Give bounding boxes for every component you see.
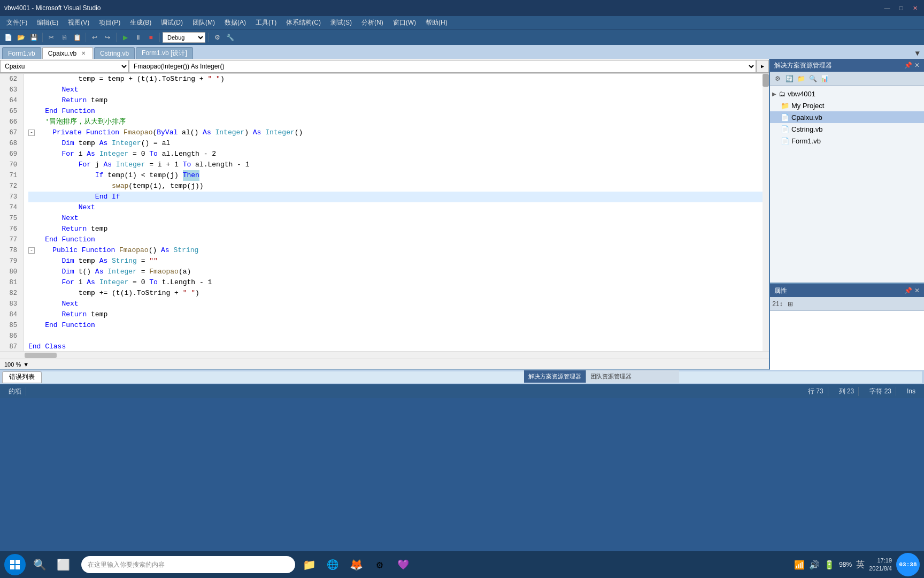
menu-data[interactable]: 数据(A) (220, 17, 250, 28)
se-btn-3[interactable]: 📁 (796, 73, 806, 84)
line-num-77: 77 (0, 234, 20, 245)
line-num-69: 69 (0, 149, 20, 159)
start-button[interactable] (4, 554, 26, 575)
menu-test[interactable]: 测试(S) (326, 17, 356, 28)
tab-cstring[interactable]: Cstring.vb (94, 47, 135, 59)
code-line-65: End Function (28, 106, 763, 117)
tab-error-list[interactable]: 错误列表 (2, 371, 42, 383)
se-btn-5[interactable]: 📊 (819, 73, 830, 84)
menu-arch[interactable]: 体系结构(C) (282, 17, 325, 28)
code-content[interactable]: temp = temp + (t(i).ToString + " ") Next… (24, 74, 763, 351)
collapse-67[interactable]: - (28, 130, 35, 136)
copy-button[interactable]: ⎘ (58, 32, 70, 43)
se-btn-2[interactable]: 🔄 (784, 73, 795, 84)
taskbar-search-bar[interactable]: 在这里输入你要搜索的内容 (81, 556, 295, 573)
code-line-86 (28, 331, 763, 341)
se-btn-4[interactable]: 🔍 (807, 73, 818, 84)
code-line-78: - Public Function Fmaopao() As String (28, 245, 763, 256)
tab-form1-design[interactable]: Form1.vb [设计] (136, 47, 193, 59)
editor-scrollbar[interactable] (763, 74, 769, 351)
tab-team-explorer[interactable]: 团队资源管理器 (586, 370, 636, 383)
menu-debug[interactable]: 调试(D) (157, 17, 187, 28)
ime-tray-icon[interactable]: 英 (856, 559, 865, 571)
task-view-button[interactable]: ⬜ (53, 555, 73, 574)
menu-bar: 文件(F) 编辑(E) 视图(V) 项目(P) 生成(B) 调试(D) 团队(M… (0, 16, 924, 29)
se-item-myproject[interactable]: 📁 My Project (770, 100, 924, 111)
explorer-taskbar-icon[interactable]: 📁 (299, 555, 319, 574)
svg-rect-3 (16, 565, 20, 569)
se-item-solution[interactable]: ▶ 🗂 vbw4001 (770, 88, 924, 100)
status-line: 行 73 (804, 387, 828, 396)
tab-form1[interactable]: Form1.vb (2, 47, 41, 59)
line-num-79: 79 (0, 256, 20, 267)
battery-tray-icon[interactable]: 🔋 (824, 560, 835, 570)
pause-button[interactable]: ⏸ (132, 32, 144, 43)
menu-window[interactable]: 窗口(W) (389, 17, 420, 28)
stop-button[interactable]: ■ (145, 32, 157, 43)
cut-button[interactable]: ✂ (45, 32, 57, 43)
taskbar: 🔍 ⬜ 在这里输入你要搜索的内容 📁 🌐 🦊 ⚙ 💜 📶 🔊 🔋 98% 英 1… (0, 551, 924, 578)
toolbar-btn-extra2[interactable]: 🔧 (224, 32, 236, 43)
se-item-cstring[interactable]: 📄 Cstring.vb (770, 123, 924, 135)
windows-logo-icon (10, 559, 20, 570)
debug-config-dropdown[interactable]: Debug Release (163, 32, 205, 43)
class-selector[interactable]: Cpaixu (0, 60, 128, 73)
tab-cpaixu[interactable]: Cpaixu.vb ✕ (42, 47, 93, 59)
right-panel: 解决方案资源管理器 📌 ✕ ⚙ 🔄 📁 🔍 📊 ▶ 🗂 vbw4001 (769, 59, 924, 369)
menu-file[interactable]: 文件(F) (2, 17, 32, 28)
tab-solution-explorer[interactable]: 解决方案资源管理器 (524, 370, 586, 383)
toolbar-btn-extra1[interactable]: ⚙ (211, 32, 223, 43)
minimize-button[interactable]: — (882, 3, 892, 13)
menu-help[interactable]: 帮助(H) (421, 17, 452, 28)
menu-edit[interactable]: 编辑(E) (33, 17, 63, 28)
play-button[interactable]: ▶ (119, 32, 131, 43)
time-circle-widget[interactable]: 03:38 (896, 553, 920, 576)
maximize-button[interactable]: □ (896, 3, 906, 13)
vs-taskbar-icon[interactable]: 💜 (394, 555, 413, 574)
prop-grid-button[interactable]: ⊞ (785, 299, 796, 309)
line-num-75: 75 (0, 213, 20, 224)
tab-overflow-button[interactable]: ▼ (913, 48, 922, 59)
properties-toolbar: 21↕ ⊞ (770, 297, 924, 311)
context-bar-extra-button[interactable]: ▶ (756, 60, 769, 73)
se-close-button[interactable]: ✕ (914, 62, 920, 69)
collapse-78[interactable]: - (28, 247, 35, 254)
menu-team[interactable]: 团队(M) (188, 17, 219, 28)
prop-close-button[interactable]: ✕ (914, 287, 920, 294)
close-button[interactable]: ✕ (910, 3, 920, 13)
menu-build[interactable]: 生成(B) (126, 17, 156, 28)
app-taskbar-icon[interactable]: ⚙ (370, 555, 389, 574)
firefox-taskbar-icon[interactable]: 🦊 (346, 555, 366, 574)
undo-button[interactable]: ↩ (89, 32, 101, 43)
edge-taskbar-icon[interactable]: 🌐 (323, 555, 342, 574)
se-item-form1[interactable]: 📄 Form1.vb (770, 135, 924, 147)
svg-rect-1 (16, 560, 20, 564)
se-btn-1[interactable]: ⚙ (772, 73, 783, 84)
prop-sort-button[interactable]: 21↕ (772, 299, 783, 309)
system-clock[interactable]: 17:19 2021/8/4 (869, 557, 892, 573)
code-line-74: Next (28, 202, 763, 213)
se-pin-button[interactable]: 📌 (904, 62, 912, 69)
menu-tools[interactable]: 工具(T) (251, 17, 281, 28)
search-button[interactable]: 🔍 (30, 555, 49, 574)
code-line-76: Return temp (28, 224, 763, 234)
open-button[interactable]: 📂 (15, 32, 27, 43)
prop-pin-button[interactable]: 📌 (904, 287, 912, 294)
volume-tray-icon[interactable]: 🔊 (809, 560, 820, 570)
network-tray-icon[interactable]: 📶 (794, 560, 805, 570)
menu-project[interactable]: 项目(P) (95, 17, 125, 28)
menu-analyze[interactable]: 分析(N) (357, 17, 388, 28)
paste-button[interactable]: 📋 (71, 32, 83, 43)
method-selector[interactable]: Fmaopao(Integer()) As Integer() (129, 60, 756, 73)
menu-view[interactable]: 视图(V) (64, 17, 94, 28)
time-display: 03:38 (899, 561, 917, 568)
code-line-68: Dim temp As Integer() = al (28, 138, 763, 149)
tab-error-list-label: 错误列表 (9, 372, 35, 382)
new-file-button[interactable]: 📄 (2, 32, 14, 43)
redo-button[interactable]: ↪ (102, 32, 113, 43)
save-button[interactable]: 💾 (28, 32, 40, 43)
horizontal-scrollbar[interactable] (0, 351, 769, 359)
tab-cpaixu-close[interactable]: ✕ (80, 50, 87, 57)
zoom-dropdown[interactable]: ▼ (23, 361, 29, 368)
se-item-cpaixu[interactable]: 📄 Cpaixu.vb (770, 111, 924, 123)
